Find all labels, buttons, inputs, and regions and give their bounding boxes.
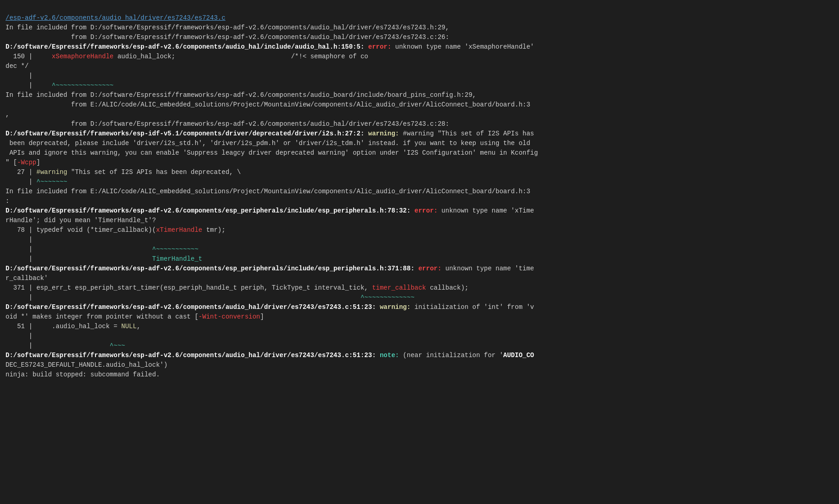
warning-label: warning:	[368, 130, 399, 137]
plain-text: callback);	[426, 284, 468, 291]
terminal-line: D:/software/Espressif/frameworks/esp-adf…	[6, 206, 833, 216]
bold-path-text: D:/software/Espressif/frameworks/esp-idf…	[6, 130, 368, 137]
plain-text: ,	[6, 111, 9, 118]
terminal-line: D:/software/Espressif/frameworks/esp-adf…	[6, 302, 833, 312]
plain-text: In file included from D:/software/Espres…	[6, 24, 449, 31]
plain-text: unknown type name 'xSemaphoreHandle'	[391, 43, 534, 50]
plain-text: unknown type name 'time	[441, 265, 534, 272]
plain-text: r_callback'	[6, 274, 48, 282]
highlight-green-text: TimerHandle_t	[152, 255, 202, 263]
plain-text: |	[6, 255, 152, 263]
caret-indicator: ^~~~	[110, 342, 125, 349]
highlight-yellow-text: NULL	[121, 323, 137, 330]
terminal-line: been deprecated, please include 'driver/…	[6, 139, 833, 148]
caret-indicator: ^~~~~~~~	[36, 178, 67, 185]
plain-text: dec */	[6, 62, 28, 70]
terminal-line: 51 | .audio_hal_lock = NULL,	[6, 322, 833, 331]
plain-text: tmr);	[203, 226, 225, 234]
plain-text: unknown type name 'xTime	[438, 207, 534, 214]
plain-text: APIs and ignore this warning, you can en…	[6, 149, 538, 157]
plain-text: |	[6, 246, 152, 253]
plain-text: In file included from D:/software/Espres…	[6, 91, 476, 99]
caret-indicator: ^~~~~~~~~~~~~~	[360, 294, 415, 301]
caret-indicator: ^~~~~~~~~~~~	[152, 246, 198, 253]
terminal-line: from D:/software/Espressif/frameworks/es…	[6, 33, 833, 42]
terminal-line: dec */	[6, 62, 833, 71]
plain-text: 78 | typedef void (*timer_callback)(	[6, 226, 156, 234]
terminal-line: | ^~~~~~~~~~~~~~	[6, 293, 833, 302]
terminal-line: 78 | typedef void (*timer_callback)(xTim…	[6, 225, 833, 235]
plain-text: from E:/ALIC/code/ALIC_embedded_solution…	[6, 101, 530, 108]
plain-text: ]	[36, 159, 40, 166]
error-label: error:	[418, 265, 441, 272]
terminal-line: | TimerHandle_t	[6, 254, 833, 264]
terminal-line: | ^~~~	[6, 341, 833, 351]
caret-indicator: ^~~~~~~~~~~~~~~~	[52, 82, 113, 89]
terminal-line: /esp-adf-v2.6/components/audio_hal/drive…	[6, 13, 833, 23]
terminal-line: |	[6, 71, 833, 81]
plain-text: ninja: build stopped: subcommand failed.	[6, 371, 160, 378]
plain-text: from D:/software/Espressif/frameworks/es…	[6, 34, 449, 41]
highlight-red-text: xSemaphoreHandle	[52, 53, 113, 60]
file-link[interactable]: /esp-adf-v2.6/components/audio_hal/drive…	[6, 14, 225, 22]
terminal-output: /esp-adf-v2.6/components/audio_hal/drive…	[6, 4, 833, 380]
error-label: error:	[368, 43, 391, 50]
terminal-line: 371 | esp_err_t esp_periph_start_timer(e…	[6, 283, 833, 293]
plain-text: from D:/software/Espressif/frameworks/es…	[6, 120, 449, 128]
bold-path-text: D:/software/Espressif/frameworks/esp-adf…	[6, 43, 368, 50]
terminal-line: ninja: build stopped: subcommand failed.	[6, 370, 833, 380]
terminal-line: D:/software/Espressif/frameworks/esp-adf…	[6, 264, 833, 274]
terminal-line: 150 | xSemaphoreHandle audio_hal_lock; /…	[6, 52, 833, 62]
terminal-line: 27 | #warning "This set of I2S APIs has …	[6, 168, 833, 177]
terminal-line: In file included from D:/software/Espres…	[6, 90, 833, 100]
terminal-line: " [-Wcpp]	[6, 158, 833, 168]
plain-text: 51 | .audio_hal_lock =	[6, 323, 121, 330]
terminal-line: from D:/software/Espressif/frameworks/es…	[6, 119, 833, 129]
plain-text: |	[6, 236, 33, 243]
plain-text: |	[6, 82, 52, 89]
plain-text: #warning "This set of I2S APIs has	[399, 130, 534, 137]
terminal-line: DEC_ES7243_DEFAULT_HANDLE.audio_hal_lock…	[6, 360, 833, 370]
bold-path-text: D:/software/Espressif/frameworks/esp-adf…	[6, 207, 415, 214]
plain-text: 371 | esp_err_t esp_periph_start_timer(e…	[6, 284, 372, 291]
terminal-line: oid *' makes integer from pointer withou…	[6, 312, 833, 322]
terminal-line: :	[6, 196, 833, 206]
terminal-line: rHandle'; did you mean 'TimerHandle_t'?	[6, 216, 833, 225]
terminal-line: | ^~~~~~~~~~~~	[6, 245, 833, 254]
bold-path-text: D:/software/Espressif/frameworks/esp-adf…	[6, 352, 380, 359]
terminal-line: ,	[6, 110, 833, 119]
bold-path-text: D:/software/Espressif/frameworks/esp-adf…	[6, 265, 418, 272]
plain-text: " [	[6, 159, 17, 166]
highlight-red-text: timer_callback	[372, 284, 426, 291]
plain-text: 27 |	[6, 168, 36, 176]
terminal-line: |	[6, 331, 833, 341]
error-label: error:	[415, 207, 438, 214]
terminal-line: | ^~~~~~~~	[6, 177, 833, 187]
highlight-red-text: -Wint-conversion	[198, 313, 260, 320]
plain-text: :	[6, 197, 9, 205]
terminal-line: D:/software/Espressif/frameworks/esp-adf…	[6, 351, 833, 360]
terminal-line: APIs and ignore this warning, you can en…	[6, 148, 833, 158]
highlight-yellow-text: #warning	[36, 168, 67, 176]
warning-label: warning:	[380, 303, 411, 311]
plain-text: "This set of I2S APIs has been deprecate…	[67, 168, 241, 176]
terminal-line: D:/software/Espressif/frameworks/esp-adf…	[6, 42, 833, 52]
highlight-red-text: xTimerHandle	[156, 226, 203, 234]
plain-text: initialization of 'int' from 'v	[411, 303, 534, 311]
terminal-line: D:/software/Espressif/frameworks/esp-idf…	[6, 129, 833, 139]
terminal-line: In file included from D:/software/Espres…	[6, 23, 833, 33]
plain-text: (near initialization for '	[399, 352, 503, 359]
highlight-red-text: -Wcpp	[17, 159, 36, 166]
terminal-line: r_callback'	[6, 274, 833, 283]
plain-text: been deprecated, please include 'driver/…	[6, 140, 530, 147]
note-label: note:	[380, 352, 399, 359]
plain-text: ]	[260, 313, 264, 320]
bold-path-text: D:/software/Espressif/frameworks/esp-adf…	[6, 303, 380, 311]
plain-text: |	[6, 332, 33, 340]
plain-text: rHandle'; did you mean 'TimerHandle_t'?	[6, 217, 156, 224]
plain-text: In file included from E:/ALIC/code/ALIC_…	[6, 188, 530, 195]
plain-text: |	[6, 294, 360, 301]
terminal-line: In file included from E:/ALIC/code/ALIC_…	[6, 187, 833, 196]
plain-text: |	[6, 72, 33, 79]
terminal-line: from E:/ALIC/code/ALIC_embedded_solution…	[6, 100, 833, 110]
